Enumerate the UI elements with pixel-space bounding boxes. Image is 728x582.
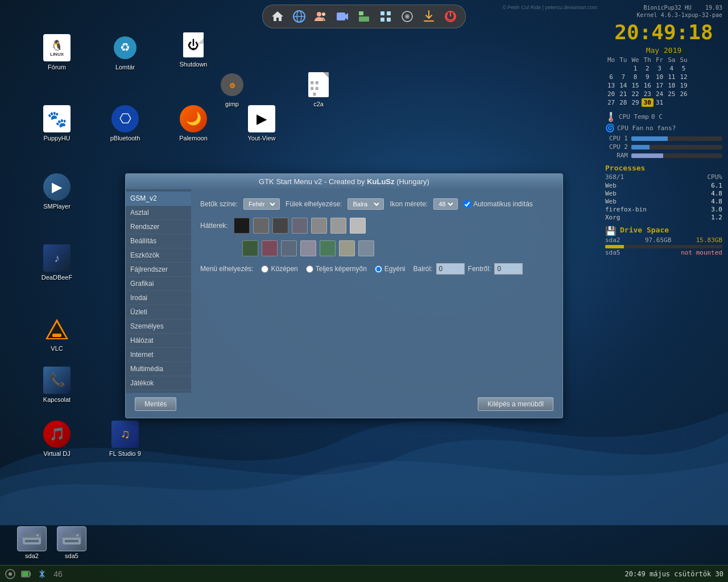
taskbar-browser-icon[interactable]	[290, 7, 308, 26]
fulek-select[interactable]: Balra Jobbra Fent	[348, 198, 384, 210]
cal-day-4[interactable]: 4	[665, 64, 677, 73]
cal-day-8[interactable]: 8	[630, 73, 642, 81]
palemoon-icon[interactable]: 🌙 Palemoon	[168, 105, 219, 142]
sidebar-item-multimedia[interactable]: Multimédia	[126, 362, 191, 376]
cal-day-3[interactable]: 3	[653, 64, 665, 73]
swatch-7[interactable]	[350, 218, 366, 234]
cal-day-2[interactable]: 2	[642, 64, 653, 73]
cal-day-12[interactable]: 12	[678, 73, 690, 81]
cal-day-19[interactable]: 19	[678, 81, 690, 90]
bal-input[interactable]	[436, 263, 465, 275]
sidebar-item-asztal[interactable]: Asztal	[126, 206, 191, 220]
swatch-6[interactable]	[330, 218, 346, 234]
lomtar-icon[interactable]: ♻ Lomtár	[100, 34, 151, 71]
sidebar-item-gsm_v2[interactable]: GSM_v2	[126, 192, 191, 206]
cal-day-10[interactable]: 10	[653, 73, 665, 81]
taskbar-audio-icon[interactable]	[398, 7, 416, 26]
exit-menu-button[interactable]: Kilépés a menüből	[478, 397, 553, 411]
placement-radio-3[interactable]	[375, 265, 382, 273]
taskbar-home-icon[interactable]	[268, 7, 287, 26]
swatch-2[interactable]	[253, 218, 269, 234]
sidebar-item-szemelyes[interactable]: Személyes	[126, 319, 191, 334]
deadbeef-icon[interactable]: ♪ DeaDBeeF	[31, 244, 82, 281]
taskbar-video-icon[interactable]	[333, 7, 351, 26]
sda2-drive[interactable]: sda2	[17, 526, 47, 559]
cal-day-16[interactable]: 16	[642, 81, 653, 90]
swatch-3[interactable]	[272, 218, 288, 234]
bottom-battery-icon[interactable]	[20, 568, 32, 580]
pbluetooth-icon[interactable]: ⎔ pBluetooth	[100, 105, 151, 142]
sidebar-item-internet[interactable]: Internet	[126, 348, 191, 362]
forum-icon[interactable]: 🐧LINUX Fórum	[31, 34, 82, 71]
gimp-icon[interactable]: ⚙ gimp	[206, 71, 258, 108]
cal-day-1[interactable]: 1	[630, 64, 642, 73]
cal-day-5[interactable]: 5	[678, 64, 690, 73]
placement-radio-1[interactable]	[261, 265, 268, 273]
taskbar-grid-icon[interactable]	[377, 7, 395, 26]
placement-egyeni[interactable]: Egyéni	[375, 265, 406, 273]
sidebar-item-halozat[interactable]: Hálózat	[126, 334, 191, 348]
cal-day-27[interactable]: 27	[605, 98, 617, 107]
swatch-8[interactable]	[242, 240, 258, 256]
swatch-1[interactable]	[234, 218, 250, 234]
cal-day-29[interactable]: 29	[630, 98, 642, 107]
save-button[interactable]: Mentés	[135, 397, 176, 411]
fulek-dropdown[interactable]: Balra Jobbra Fent	[350, 200, 381, 208]
bottom-network-icon[interactable]: 46	[52, 568, 64, 580]
shutdown-desktop-icon[interactable]: ⏻ Shutdown	[168, 31, 219, 68]
bottom-bluetooth-icon[interactable]	[36, 568, 48, 580]
swatch-11[interactable]	[300, 240, 316, 256]
sidebar-item-beallitas[interactable]: Beállítás	[126, 234, 191, 248]
fent-input[interactable]	[494, 263, 523, 275]
cal-day-30[interactable]: 30	[642, 98, 653, 107]
cal-day-20[interactable]: 20	[605, 90, 617, 98]
swatch-9[interactable]	[262, 240, 278, 256]
bottom-settings-icon[interactable]	[5, 568, 16, 580]
cal-day-25[interactable]: 25	[665, 90, 677, 98]
taskbar-users-icon[interactable]	[312, 7, 330, 26]
cal-day-14[interactable]: 14	[617, 81, 629, 90]
placement-kozepen[interactable]: Középen	[261, 265, 297, 273]
sidebar-item-jatekok[interactable]: Játékok	[126, 376, 191, 390]
sidebar-item-fajlrendszer[interactable]: Fájlrendszer	[126, 263, 191, 277]
auto-checkbox[interactable]	[464, 201, 471, 208]
cal-day-6[interactable]: 6	[605, 73, 617, 81]
taskbar-shutdown-icon[interactable]	[441, 7, 460, 26]
sidebar-item-uzleti[interactable]: Üzleti	[126, 305, 191, 319]
sidebar-item-irodai[interactable]: Irodai	[126, 291, 191, 305]
cal-day-24[interactable]: 24	[653, 90, 665, 98]
cal-day-11[interactable]: 11	[665, 73, 677, 81]
betuk-select[interactable]: Fehér Fekete	[243, 198, 280, 210]
cal-day-31[interactable]: 31	[653, 98, 665, 107]
youtview-icon[interactable]: ▶ Yout-View	[236, 105, 287, 142]
placement-radio-2[interactable]	[306, 265, 313, 273]
swatch-4[interactable]	[292, 218, 308, 234]
cal-day-18[interactable]: 18	[665, 81, 677, 90]
vlc-icon[interactable]: VLC	[31, 315, 82, 352]
swatch-14[interactable]	[358, 240, 374, 256]
sidebar-item-grafikai[interactable]: Grafikai	[126, 277, 191, 291]
puppyhu-icon[interactable]: 🐾 PuppyHU	[31, 105, 82, 142]
sidebar-item-eszkozok[interactable]: Eszközök	[126, 248, 191, 263]
kapcsolat-icon[interactable]: 📞 Kapcsolat	[31, 367, 82, 404]
cal-day-9[interactable]: 9	[642, 73, 653, 81]
cal-day-22[interactable]: 22	[630, 90, 642, 98]
cal-day-26[interactable]: 26	[678, 90, 690, 98]
cal-day-28[interactable]: 28	[617, 98, 629, 107]
swatch-5[interactable]	[311, 218, 327, 234]
taskbar-files-icon[interactable]	[355, 7, 373, 26]
swatch-12[interactable]	[320, 240, 336, 256]
cal-day-21[interactable]: 21	[617, 90, 629, 98]
ikon-dropdown[interactable]: 48 32 24	[436, 200, 455, 208]
cal-day-7[interactable]: 7	[617, 73, 629, 81]
cal-day-13[interactable]: 13	[605, 81, 617, 90]
virtualdj-icon[interactable]: 🎵 Virtual DJ	[31, 421, 82, 458]
flstudio-icon[interactable]: ♫ FL Studio 9	[100, 421, 151, 458]
cal-day-17[interactable]: 17	[653, 81, 665, 90]
smplayer-icon[interactable]: ▶ SMPlayer	[31, 173, 82, 210]
sidebar-item-rendszer[interactable]: Rendszer	[126, 220, 191, 234]
betuk-dropdown[interactable]: Fehér Fekete	[246, 200, 277, 208]
cal-day-23[interactable]: 23	[642, 90, 653, 98]
ikon-select[interactable]: 48 32 24	[433, 198, 458, 210]
swatch-10[interactable]	[281, 240, 297, 256]
